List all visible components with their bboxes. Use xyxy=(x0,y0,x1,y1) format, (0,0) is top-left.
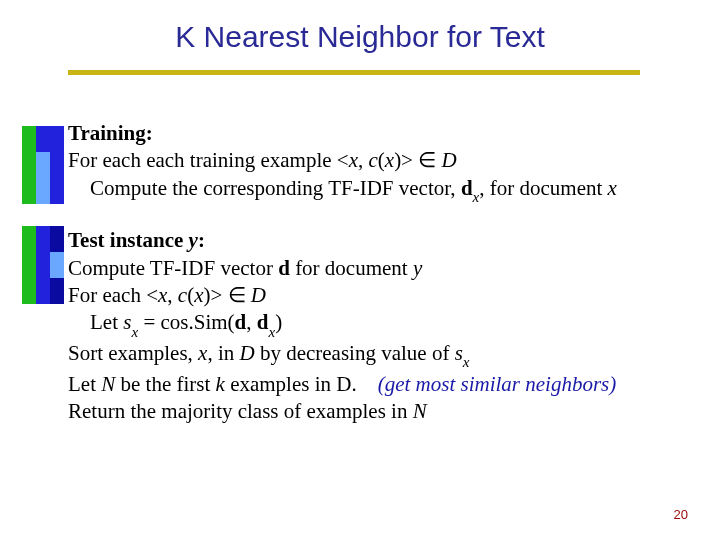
var-x: x xyxy=(158,283,167,307)
sub-x: x xyxy=(268,324,275,340)
training-line-1: For each each training example <x, c(x)>… xyxy=(68,147,700,174)
test-block: Test instance y: Compute TF-IDF vector d… xyxy=(68,227,700,425)
var-N: N xyxy=(101,372,115,396)
text: : xyxy=(198,228,205,252)
var-y: y xyxy=(189,228,198,252)
test-line-6: Return the majority class of examples in… xyxy=(68,398,700,425)
test-line-4: Sort examples, x, in D by decreasing val… xyxy=(68,340,700,371)
var-x: x xyxy=(608,176,617,200)
sub-x: x xyxy=(473,189,480,205)
test-heading: Test instance y: xyxy=(68,227,700,254)
test-line-2: For each <x, c(x)> ∈ D xyxy=(68,282,700,309)
training-block: Training: For each each training example… xyxy=(68,120,700,205)
text: ) xyxy=(275,310,282,334)
sub-x: x xyxy=(463,354,470,370)
text: For each each training example < xyxy=(68,148,349,172)
text: , in xyxy=(207,341,239,365)
vec-d: d xyxy=(235,310,247,334)
var-c: c xyxy=(368,148,377,172)
text: Sort examples, xyxy=(68,341,198,365)
test-line-5: Let N be the first k examples in D. (get… xyxy=(68,371,700,398)
slide-body: Training: For each each training example… xyxy=(68,120,700,448)
var-c: c xyxy=(178,283,187,307)
text: , xyxy=(167,283,178,307)
element-of-symbol: ∈ xyxy=(228,283,246,307)
title-underline xyxy=(68,70,640,75)
text: , for document xyxy=(479,176,607,200)
decorative-side-bars xyxy=(22,126,64,304)
test-line-1: Compute TF-IDF vector d for document y xyxy=(68,255,700,282)
text: Compute TF-IDF vector xyxy=(68,256,278,280)
var-D: D xyxy=(239,341,254,365)
text: Let xyxy=(90,310,123,334)
text: Test instance xyxy=(68,228,189,252)
var-D: D xyxy=(251,283,266,307)
var-x: x xyxy=(198,341,207,365)
element-of-symbol: ∈ xyxy=(418,148,436,172)
text: = cos.Sim( xyxy=(138,310,234,334)
test-line-3: Let sx = cos.Sim(d, dx) xyxy=(68,309,700,340)
text: Let xyxy=(68,372,101,396)
var-x: x xyxy=(385,148,394,172)
vec-d: d xyxy=(257,310,269,334)
slide-title: K Nearest Neighbor for Text xyxy=(0,0,720,64)
page-number: 20 xyxy=(674,507,688,522)
var-s: s xyxy=(455,341,463,365)
text: Compute the corresponding TF-IDF vector, xyxy=(90,176,461,200)
text: examples in D. xyxy=(225,372,378,396)
training-line-2: Compute the corresponding TF-IDF vector,… xyxy=(68,175,700,206)
vec-d: d xyxy=(278,256,290,280)
text: )> xyxy=(394,148,418,172)
vec-d: d xyxy=(461,176,473,200)
var-y: y xyxy=(413,256,422,280)
text: , xyxy=(246,310,257,334)
text: be the first xyxy=(115,372,215,396)
text: by decreasing value of xyxy=(255,341,455,365)
note-text: (get most similar neighbors) xyxy=(378,372,617,396)
sub-x: x xyxy=(131,324,138,340)
text: Return the majority class of examples in xyxy=(68,399,413,423)
text: For each < xyxy=(68,283,158,307)
var-k: k xyxy=(216,372,225,396)
var-D: D xyxy=(441,148,456,172)
training-heading: Training: xyxy=(68,120,700,147)
var-N: N xyxy=(413,399,427,423)
text: , xyxy=(358,148,369,172)
text: for document xyxy=(290,256,413,280)
text: )> xyxy=(203,283,227,307)
text: ( xyxy=(378,148,385,172)
var-x: x xyxy=(349,148,358,172)
